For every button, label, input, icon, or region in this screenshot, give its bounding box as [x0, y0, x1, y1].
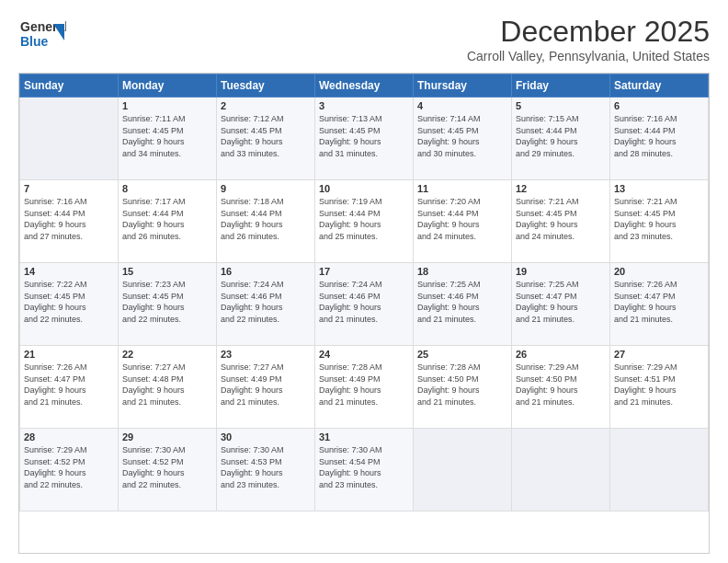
subtitle: Carroll Valley, Pennsylvania, United Sta…	[467, 49, 710, 63]
calendar-cell: 18Sunrise: 7:25 AMSunset: 4:46 PMDayligh…	[414, 263, 512, 346]
calendar-body: 1Sunrise: 7:11 AMSunset: 4:45 PMDaylight…	[20, 98, 709, 511]
day-number: 12	[516, 183, 606, 194]
cell-details: Sunrise: 7:13 AMSunset: 4:45 PMDaylight:…	[319, 113, 409, 159]
calendar-week-row: 7Sunrise: 7:16 AMSunset: 4:44 PMDaylight…	[20, 180, 709, 263]
day-number: 15	[122, 266, 212, 277]
cell-details: Sunrise: 7:29 AMSunset: 4:52 PMDaylight:…	[24, 444, 114, 490]
day-number: 2	[221, 100, 311, 111]
cell-details: Sunrise: 7:25 AMSunset: 4:47 PMDaylight:…	[516, 279, 606, 325]
day-number: 14	[24, 266, 114, 277]
logo-icon: General Blue	[18, 15, 66, 55]
calendar-week-row: 21Sunrise: 7:26 AMSunset: 4:47 PMDayligh…	[20, 346, 709, 429]
calendar-cell: 27Sunrise: 7:29 AMSunset: 4:51 PMDayligh…	[610, 346, 709, 429]
day-number: 22	[122, 349, 212, 360]
page: General Blue December 2025 Carroll Valle…	[0, 0, 728, 563]
calendar-cell: 11Sunrise: 7:20 AMSunset: 4:44 PMDayligh…	[414, 180, 512, 263]
day-number: 1	[122, 100, 212, 111]
calendar-week-row: 14Sunrise: 7:22 AMSunset: 4:45 PMDayligh…	[20, 263, 709, 346]
cell-details: Sunrise: 7:26 AMSunset: 4:47 PMDaylight:…	[24, 362, 114, 408]
calendar-cell: 19Sunrise: 7:25 AMSunset: 4:47 PMDayligh…	[512, 263, 610, 346]
cell-details: Sunrise: 7:16 AMSunset: 4:44 PMDaylight:…	[24, 196, 114, 242]
day-number: 11	[417, 183, 507, 194]
cell-details: Sunrise: 7:24 AMSunset: 4:46 PMDaylight:…	[319, 279, 409, 325]
calendar-cell: 31Sunrise: 7:30 AMSunset: 4:54 PMDayligh…	[315, 429, 414, 511]
day-number: 26	[516, 349, 606, 360]
calendar-cell: 25Sunrise: 7:28 AMSunset: 4:50 PMDayligh…	[414, 346, 512, 429]
day-number: 13	[614, 183, 704, 194]
cell-details: Sunrise: 7:24 AMSunset: 4:46 PMDaylight:…	[221, 279, 311, 325]
cell-details: Sunrise: 7:23 AMSunset: 4:45 PMDaylight:…	[122, 279, 212, 325]
day-number: 27	[614, 349, 704, 360]
cell-details: Sunrise: 7:27 AMSunset: 4:48 PMDaylight:…	[122, 362, 212, 408]
day-number: 20	[614, 266, 704, 277]
calendar-week-row: 1Sunrise: 7:11 AMSunset: 4:45 PMDaylight…	[20, 98, 709, 180]
cell-details: Sunrise: 7:20 AMSunset: 4:44 PMDaylight:…	[417, 196, 507, 242]
day-number: 18	[417, 266, 507, 277]
calendar-cell: 9Sunrise: 7:18 AMSunset: 4:44 PMDaylight…	[217, 180, 315, 263]
day-number: 30	[221, 431, 311, 442]
calendar-header-row: SundayMondayTuesdayWednesdayThursdayFrid…	[20, 75, 709, 98]
day-number: 23	[221, 349, 311, 360]
calendar-cell: 14Sunrise: 7:22 AMSunset: 4:45 PMDayligh…	[20, 263, 119, 346]
day-number: 9	[221, 183, 311, 194]
calendar-cell: 1Sunrise: 7:11 AMSunset: 4:45 PMDaylight…	[119, 98, 217, 180]
day-number: 10	[319, 183, 409, 194]
weekday-header-cell: Monday	[119, 75, 217, 98]
main-title: December 2025	[467, 15, 710, 49]
calendar-cell: 5Sunrise: 7:15 AMSunset: 4:44 PMDaylight…	[512, 98, 610, 180]
calendar-cell: 10Sunrise: 7:19 AMSunset: 4:44 PMDayligh…	[315, 180, 414, 263]
weekday-header-cell: Thursday	[414, 75, 512, 98]
calendar-week-row: 28Sunrise: 7:29 AMSunset: 4:52 PMDayligh…	[20, 429, 709, 511]
calendar-cell: 7Sunrise: 7:16 AMSunset: 4:44 PMDaylight…	[20, 180, 119, 263]
calendar-cell: 22Sunrise: 7:27 AMSunset: 4:48 PMDayligh…	[119, 346, 217, 429]
cell-details: Sunrise: 7:16 AMSunset: 4:44 PMDaylight:…	[614, 113, 704, 159]
cell-details: Sunrise: 7:21 AMSunset: 4:45 PMDaylight:…	[516, 196, 606, 242]
cell-details: Sunrise: 7:30 AMSunset: 4:54 PMDaylight:…	[319, 444, 409, 490]
cell-details: Sunrise: 7:12 AMSunset: 4:45 PMDaylight:…	[221, 113, 311, 159]
cell-details: Sunrise: 7:27 AMSunset: 4:49 PMDaylight:…	[221, 362, 311, 408]
day-number: 19	[516, 266, 606, 277]
day-number: 16	[221, 266, 311, 277]
cell-details: Sunrise: 7:18 AMSunset: 4:44 PMDaylight:…	[221, 196, 311, 242]
weekday-header-cell: Saturday	[610, 75, 709, 98]
day-number: 6	[614, 100, 704, 111]
calendar-cell: 4Sunrise: 7:14 AMSunset: 4:45 PMDaylight…	[414, 98, 512, 180]
cell-details: Sunrise: 7:19 AMSunset: 4:44 PMDaylight:…	[319, 196, 409, 242]
calendar-cell: 6Sunrise: 7:16 AMSunset: 4:44 PMDaylight…	[610, 98, 709, 180]
calendar-cell: 8Sunrise: 7:17 AMSunset: 4:44 PMDaylight…	[119, 180, 217, 263]
logo: General Blue	[18, 15, 66, 55]
day-number: 31	[319, 431, 409, 442]
weekday-header-cell: Tuesday	[217, 75, 315, 98]
cell-details: Sunrise: 7:28 AMSunset: 4:50 PMDaylight:…	[417, 362, 507, 408]
cell-details: Sunrise: 7:30 AMSunset: 4:52 PMDaylight:…	[122, 444, 212, 490]
day-number: 5	[516, 100, 606, 111]
calendar-cell: 28Sunrise: 7:29 AMSunset: 4:52 PMDayligh…	[20, 429, 119, 511]
calendar-cell: 15Sunrise: 7:23 AMSunset: 4:45 PMDayligh…	[119, 263, 217, 346]
calendar-cell: 20Sunrise: 7:26 AMSunset: 4:47 PMDayligh…	[610, 263, 709, 346]
calendar: SundayMondayTuesdayWednesdayThursdayFrid…	[18, 73, 710, 554]
day-number: 7	[24, 183, 114, 194]
calendar-cell: 17Sunrise: 7:24 AMSunset: 4:46 PMDayligh…	[315, 263, 414, 346]
cell-details: Sunrise: 7:25 AMSunset: 4:46 PMDaylight:…	[417, 279, 507, 325]
calendar-cell: 29Sunrise: 7:30 AMSunset: 4:52 PMDayligh…	[119, 429, 217, 511]
calendar-cell: 3Sunrise: 7:13 AMSunset: 4:45 PMDaylight…	[315, 98, 414, 180]
day-number: 8	[122, 183, 212, 194]
cell-details: Sunrise: 7:30 AMSunset: 4:53 PMDaylight:…	[221, 444, 311, 490]
cell-details: Sunrise: 7:29 AMSunset: 4:51 PMDaylight:…	[614, 362, 704, 408]
title-area: December 2025 Carroll Valley, Pennsylvan…	[467, 15, 710, 63]
day-number: 25	[417, 349, 507, 360]
calendar-cell: 23Sunrise: 7:27 AMSunset: 4:49 PMDayligh…	[217, 346, 315, 429]
day-number: 28	[24, 431, 114, 442]
svg-text:Blue: Blue	[20, 34, 49, 49]
calendar-cell: 16Sunrise: 7:24 AMSunset: 4:46 PMDayligh…	[217, 263, 315, 346]
cell-details: Sunrise: 7:15 AMSunset: 4:44 PMDaylight:…	[516, 113, 606, 159]
day-number: 24	[319, 349, 409, 360]
weekday-header-cell: Friday	[512, 75, 610, 98]
cell-details: Sunrise: 7:26 AMSunset: 4:47 PMDaylight:…	[614, 279, 704, 325]
calendar-cell: 24Sunrise: 7:28 AMSunset: 4:49 PMDayligh…	[315, 346, 414, 429]
calendar-cell	[610, 429, 709, 511]
day-number: 17	[319, 266, 409, 277]
cell-details: Sunrise: 7:14 AMSunset: 4:45 PMDaylight:…	[417, 113, 507, 159]
cell-details: Sunrise: 7:28 AMSunset: 4:49 PMDaylight:…	[319, 362, 409, 408]
calendar-cell: 30Sunrise: 7:30 AMSunset: 4:53 PMDayligh…	[217, 429, 315, 511]
